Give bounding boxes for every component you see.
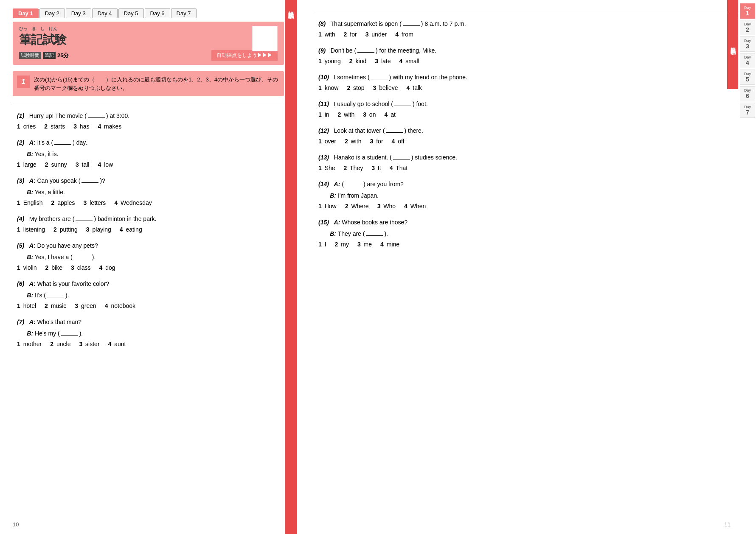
choice-11-3: 3 on bbox=[363, 111, 376, 118]
page-number-right: 11 bbox=[725, 521, 731, 528]
question-5: (5) A: Do you have any pets? B: Yes, I h… bbox=[15, 241, 282, 271]
choice-10-3: 3 believe bbox=[373, 84, 398, 91]
choice-8-2: 2 for bbox=[344, 31, 357, 38]
question-7-choices: 1 mother 2 uncle 3 sister 4 aunt bbox=[17, 341, 282, 347]
choice-15-3: 3 me bbox=[357, 241, 372, 248]
tab-day5[interactable]: Day 5 bbox=[118, 8, 144, 18]
choice-10-4: 4 talk bbox=[407, 84, 422, 91]
question-10: (10) I sometimes () with my friend on th… bbox=[316, 73, 741, 91]
question-7-text: (7) A: Who's that man? bbox=[17, 318, 282, 327]
question-4-choices: 1 listening 2 putting 3 playing 4 eating bbox=[17, 226, 282, 233]
question-1-text: (1) Hurry up! The movie () at 3:00. bbox=[17, 112, 282, 120]
day-number-4: 4 bbox=[746, 59, 749, 66]
choice-1-1: 1 cries bbox=[17, 123, 36, 130]
question-12-text: (12) Look at that tower () there. bbox=[318, 126, 741, 135]
choice-2-1: 1 large bbox=[17, 161, 37, 168]
choice-9-2: 2 kind bbox=[349, 58, 366, 64]
tab-day7[interactable]: Day 7 bbox=[171, 8, 197, 18]
choice-11-4: 4 at bbox=[384, 111, 395, 118]
title-reading: ひっ き し けん bbox=[19, 26, 278, 32]
question-15: (15) A: Whose books are those? B: They a… bbox=[316, 218, 741, 248]
divider-top bbox=[13, 105, 284, 105]
choice-5-4: 4 dog bbox=[99, 264, 115, 271]
choice-3-3: 3 letters bbox=[84, 199, 106, 206]
right-day-num-6[interactable]: Day 6 bbox=[740, 86, 755, 101]
question-13: (13) Hanako is a student. () studies sci… bbox=[316, 153, 741, 171]
question-14-text-b: B: I'm from Japan. bbox=[318, 191, 741, 200]
question-10-choices: 1 know 2 stop 3 believe 4 talk bbox=[318, 84, 741, 91]
choice-3-1: 1 English bbox=[17, 199, 43, 206]
tab-day2[interactable]: Day 2 bbox=[39, 8, 65, 18]
choice-6-3: 3 green bbox=[75, 302, 96, 309]
question-11-text: (11) I usually go to school () foot. bbox=[318, 100, 741, 109]
page-number-left: 10 bbox=[13, 521, 19, 528]
choice-10-2: 2 stop bbox=[347, 84, 364, 91]
tab-day4[interactable]: Day 4 bbox=[92, 8, 118, 18]
day-label-6: Day bbox=[744, 88, 751, 92]
choice-5-1: 1 violin bbox=[17, 264, 37, 271]
choice-11-2: 2 with bbox=[338, 111, 355, 118]
choice-8-1: 1 with bbox=[318, 31, 335, 38]
day-label-4: Day bbox=[744, 55, 751, 59]
choice-12-3: 3 for bbox=[370, 138, 383, 145]
right-day-num-2[interactable]: Day 2 bbox=[740, 20, 755, 35]
choice-5-3: 3 class bbox=[71, 264, 91, 271]
question-10-text: (10) I sometimes () with my friend on th… bbox=[318, 73, 741, 82]
right-day-num-1[interactable]: Day 1 bbox=[740, 3, 755, 19]
question-10-num: (10) bbox=[318, 74, 329, 81]
choice-9-3: 3 late bbox=[375, 58, 391, 64]
pencil-label: 筆記 bbox=[43, 52, 56, 59]
choice-6-1: 1 hotel bbox=[17, 302, 36, 309]
choice-3-2: 2 apples bbox=[51, 199, 75, 206]
right-divider-top bbox=[314, 13, 743, 13]
question-9-num: (9) bbox=[318, 47, 326, 54]
choice-9-1: 1 young bbox=[318, 58, 341, 64]
choice-12-4: 4 off bbox=[392, 138, 405, 145]
right-day-num-3[interactable]: Day 3 bbox=[740, 36, 755, 52]
choice-2-4: 4 low bbox=[98, 161, 113, 168]
choice-14-4: 4 When bbox=[404, 203, 426, 210]
right-day-num-5[interactable]: Day 5 bbox=[740, 70, 755, 85]
question-15-text-b: B: They are (). bbox=[318, 229, 741, 238]
question-5-num: (5) bbox=[17, 242, 24, 249]
questions-right: (8) That supermarket is open () 8 a.m. t… bbox=[314, 20, 743, 248]
choice-14-1: 1 How bbox=[318, 203, 337, 210]
question-2-text: (2) A: It's a () day. bbox=[17, 138, 282, 147]
question-14-num: (14) bbox=[318, 181, 329, 187]
choice-10-1: 1 know bbox=[318, 84, 338, 91]
auto-score-button[interactable]: 自動採点をしよう▶▶▶ bbox=[211, 50, 278, 61]
choice-13-3: 3 It bbox=[371, 165, 381, 171]
question-15-choices: 1 I 2 my 3 me 4 mine bbox=[318, 241, 741, 248]
choice-13-4: 4 That bbox=[390, 165, 408, 171]
tab-day3[interactable]: Day 3 bbox=[66, 8, 91, 18]
question-9-choices: 1 young 2 kind 3 late 4 small bbox=[318, 58, 741, 64]
choice-11-1: 1 in bbox=[318, 111, 329, 118]
question-1-choices: 1 cries 2 starts 3 has 4 makes bbox=[17, 123, 282, 130]
question-6-text: (6) A: What is your favorite color? bbox=[17, 280, 282, 288]
question-7: (7) A: Who's that man? B: He's my (). 1 … bbox=[15, 318, 282, 347]
choice-4-1: 1 listening bbox=[17, 226, 45, 233]
question-3-num: (3) bbox=[17, 177, 24, 184]
choice-15-2: 2 my bbox=[335, 241, 349, 248]
question-15-num: (15) bbox=[318, 219, 329, 226]
tab-day1[interactable]: Day 1 bbox=[13, 8, 39, 18]
question-3-text-b: B: Yes, a little. bbox=[17, 188, 282, 197]
choice-1-3: 3 has bbox=[73, 123, 89, 130]
choice-12-2: 2 with bbox=[345, 138, 362, 145]
choice-8-3: 3 under bbox=[365, 31, 387, 38]
day-number-1: 1 bbox=[746, 10, 749, 17]
question-14-text: (14) A: () are you from? bbox=[318, 180, 741, 189]
question-4-text: (4) My brothers are () badminton in the … bbox=[17, 215, 282, 224]
day-number-2: 2 bbox=[746, 26, 749, 33]
right-day-num-7[interactable]: Day 7 bbox=[740, 103, 755, 118]
choice-6-2: 2 music bbox=[45, 302, 66, 309]
header-title: ひっ き し けん 筆記試験 bbox=[19, 26, 278, 48]
question-8-text: (8) That supermarket is open () 8 a.m. t… bbox=[318, 20, 741, 28]
right-vertical-label-text: 筆記試験 bbox=[729, 43, 736, 46]
tab-day6[interactable]: Day 6 bbox=[145, 8, 170, 18]
right-day-num-4[interactable]: Day 4 bbox=[740, 53, 755, 68]
time-label: 試験時間 bbox=[19, 52, 41, 59]
choice-7-1: 1 mother bbox=[17, 341, 42, 347]
choice-13-1: 1 She bbox=[318, 165, 335, 171]
question-3-choices: 1 English 2 apples 3 letters 4 Wednesday bbox=[17, 199, 282, 206]
